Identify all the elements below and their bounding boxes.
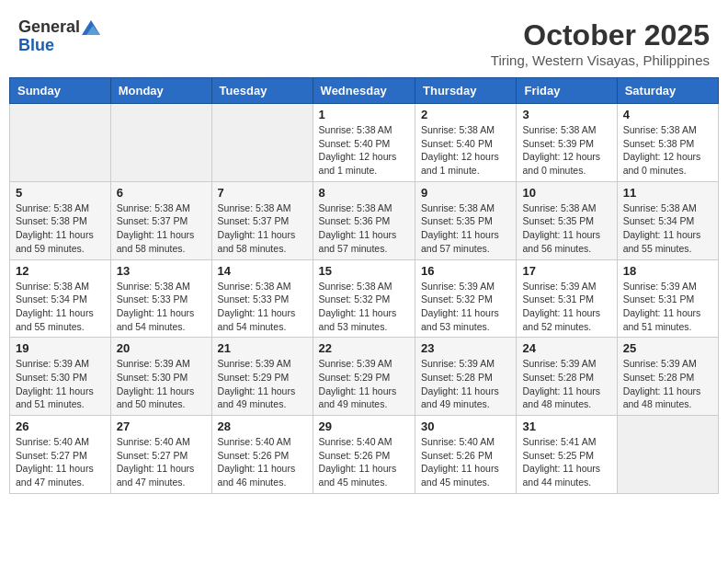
day-info: Sunrise: 5:39 AM Sunset: 5:30 PM Dayligh… bbox=[16, 357, 105, 411]
weekday-header-monday: Monday bbox=[110, 78, 211, 104]
day-info: Sunrise: 5:40 AM Sunset: 5:26 PM Dayligh… bbox=[319, 435, 409, 489]
weekday-header-row: SundayMondayTuesdayWednesdayThursdayFrid… bbox=[10, 78, 719, 104]
day-number: 6 bbox=[117, 186, 206, 200]
day-number: 29 bbox=[319, 419, 409, 433]
calendar-cell: 12Sunrise: 5:38 AM Sunset: 5:34 PM Dayli… bbox=[10, 259, 111, 338]
day-info: Sunrise: 5:38 AM Sunset: 5:39 PM Dayligh… bbox=[522, 123, 610, 178]
calendar-cell: 14Sunrise: 5:38 AM Sunset: 5:33 PM Dayli… bbox=[211, 259, 313, 338]
calendar-cell: 2Sunrise: 5:38 AM Sunset: 5:40 PM Daylig… bbox=[415, 104, 517, 182]
calendar-cell: 22Sunrise: 5:39 AM Sunset: 5:29 PM Dayli… bbox=[313, 338, 415, 416]
day-number: 7 bbox=[218, 186, 307, 200]
day-number: 10 bbox=[522, 186, 610, 200]
day-info: Sunrise: 5:38 AM Sunset: 5:34 PM Dayligh… bbox=[16, 280, 105, 334]
day-number: 12 bbox=[16, 264, 105, 278]
location: Tiring, Western Visayas, Philippines bbox=[491, 52, 710, 68]
calendar-cell: 6Sunrise: 5:38 AM Sunset: 5:37 PM Daylig… bbox=[110, 181, 211, 259]
day-number: 17 bbox=[522, 264, 610, 278]
day-info: Sunrise: 5:38 AM Sunset: 5:38 PM Dayligh… bbox=[16, 201, 105, 256]
day-number: 24 bbox=[522, 341, 610, 355]
day-info: Sunrise: 5:39 AM Sunset: 5:30 PM Dayligh… bbox=[117, 357, 206, 411]
calendar-cell: 25Sunrise: 5:39 AM Sunset: 5:28 PM Dayli… bbox=[617, 338, 718, 416]
calendar-cell: 26Sunrise: 5:40 AM Sunset: 5:27 PM Dayli… bbox=[10, 416, 111, 494]
calendar-cell: 24Sunrise: 5:39 AM Sunset: 5:28 PM Dayli… bbox=[517, 338, 617, 416]
day-info: Sunrise: 5:38 AM Sunset: 5:34 PM Dayligh… bbox=[623, 201, 712, 256]
logo-general: General bbox=[18, 18, 80, 37]
day-number: 1 bbox=[319, 108, 409, 121]
day-info: Sunrise: 5:40 AM Sunset: 5:27 PM Dayligh… bbox=[16, 435, 105, 489]
day-info: Sunrise: 5:38 AM Sunset: 5:35 PM Dayligh… bbox=[522, 201, 610, 256]
calendar-cell bbox=[110, 104, 211, 182]
day-number: 19 bbox=[16, 341, 105, 355]
logo: General Blue bbox=[18, 18, 102, 55]
day-number: 11 bbox=[623, 186, 712, 200]
day-number: 13 bbox=[117, 264, 206, 278]
day-info: Sunrise: 5:38 AM Sunset: 5:33 PM Dayligh… bbox=[117, 280, 206, 334]
day-number: 14 bbox=[218, 264, 307, 278]
month-title: October 2025 bbox=[491, 18, 710, 52]
day-info: Sunrise: 5:38 AM Sunset: 5:37 PM Dayligh… bbox=[117, 201, 206, 256]
weekday-header-saturday: Saturday bbox=[617, 78, 718, 104]
day-info: Sunrise: 5:39 AM Sunset: 5:29 PM Dayligh… bbox=[319, 357, 409, 411]
calendar-cell: 19Sunrise: 5:39 AM Sunset: 5:30 PM Dayli… bbox=[10, 338, 111, 416]
day-info: Sunrise: 5:38 AM Sunset: 5:36 PM Dayligh… bbox=[319, 201, 409, 256]
calendar-table: SundayMondayTuesdayWednesdayThursdayFrid… bbox=[9, 77, 719, 494]
day-number: 20 bbox=[117, 341, 206, 355]
day-number: 21 bbox=[218, 341, 307, 355]
day-info: Sunrise: 5:39 AM Sunset: 5:31 PM Dayligh… bbox=[623, 280, 712, 334]
day-info: Sunrise: 5:38 AM Sunset: 5:40 PM Dayligh… bbox=[421, 123, 510, 178]
calendar-cell: 3Sunrise: 5:38 AM Sunset: 5:39 PM Daylig… bbox=[517, 104, 617, 182]
day-number: 26 bbox=[16, 419, 105, 433]
title-section: October 2025 Tiring, Western Visayas, Ph… bbox=[491, 18, 710, 68]
day-number: 23 bbox=[421, 341, 510, 355]
day-number: 22 bbox=[319, 341, 409, 355]
weekday-header-tuesday: Tuesday bbox=[211, 78, 313, 104]
day-number: 15 bbox=[319, 264, 409, 278]
calendar-cell: 8Sunrise: 5:38 AM Sunset: 5:36 PM Daylig… bbox=[313, 181, 415, 259]
day-info: Sunrise: 5:38 AM Sunset: 5:35 PM Dayligh… bbox=[421, 201, 510, 256]
weekday-header-friday: Friday bbox=[517, 78, 617, 104]
calendar-cell: 21Sunrise: 5:39 AM Sunset: 5:29 PM Dayli… bbox=[211, 338, 313, 416]
day-info: Sunrise: 5:39 AM Sunset: 5:31 PM Dayligh… bbox=[522, 280, 610, 334]
calendar-cell: 13Sunrise: 5:38 AM Sunset: 5:33 PM Dayli… bbox=[110, 259, 211, 338]
calendar-cell: 18Sunrise: 5:39 AM Sunset: 5:31 PM Dayli… bbox=[617, 259, 718, 338]
day-number: 16 bbox=[421, 264, 510, 278]
calendar-cell: 20Sunrise: 5:39 AM Sunset: 5:30 PM Dayli… bbox=[110, 338, 211, 416]
day-info: Sunrise: 5:39 AM Sunset: 5:32 PM Dayligh… bbox=[421, 280, 510, 334]
page-header: General Blue October 2025 Tiring, Wester… bbox=[9, 9, 719, 73]
calendar-cell: 11Sunrise: 5:38 AM Sunset: 5:34 PM Dayli… bbox=[617, 181, 718, 259]
calendar-cell: 31Sunrise: 5:41 AM Sunset: 5:25 PM Dayli… bbox=[517, 416, 617, 494]
day-number: 25 bbox=[623, 341, 712, 355]
day-info: Sunrise: 5:41 AM Sunset: 5:25 PM Dayligh… bbox=[522, 435, 610, 489]
logo-icon bbox=[82, 20, 100, 35]
day-info: Sunrise: 5:39 AM Sunset: 5:28 PM Dayligh… bbox=[421, 357, 510, 411]
weekday-header-wednesday: Wednesday bbox=[313, 78, 415, 104]
day-info: Sunrise: 5:38 AM Sunset: 5:40 PM Dayligh… bbox=[319, 123, 409, 178]
calendar-cell: 4Sunrise: 5:38 AM Sunset: 5:38 PM Daylig… bbox=[617, 104, 718, 182]
week-row-5: 26Sunrise: 5:40 AM Sunset: 5:27 PM Dayli… bbox=[10, 416, 719, 494]
day-info: Sunrise: 5:40 AM Sunset: 5:26 PM Dayligh… bbox=[421, 435, 510, 489]
day-info: Sunrise: 5:39 AM Sunset: 5:29 PM Dayligh… bbox=[218, 357, 307, 411]
week-row-1: 1Sunrise: 5:38 AM Sunset: 5:40 PM Daylig… bbox=[10, 104, 719, 182]
day-info: Sunrise: 5:38 AM Sunset: 5:32 PM Dayligh… bbox=[319, 280, 409, 334]
day-number: 8 bbox=[319, 186, 409, 200]
calendar-cell: 10Sunrise: 5:38 AM Sunset: 5:35 PM Dayli… bbox=[517, 181, 617, 259]
day-number: 3 bbox=[522, 108, 610, 121]
weekday-header-thursday: Thursday bbox=[415, 78, 517, 104]
calendar-cell: 15Sunrise: 5:38 AM Sunset: 5:32 PM Dayli… bbox=[313, 259, 415, 338]
calendar-cell: 30Sunrise: 5:40 AM Sunset: 5:26 PM Dayli… bbox=[415, 416, 517, 494]
weekday-header-sunday: Sunday bbox=[10, 78, 111, 104]
calendar-cell: 29Sunrise: 5:40 AM Sunset: 5:26 PM Dayli… bbox=[313, 416, 415, 494]
calendar-cell bbox=[211, 104, 313, 182]
day-info: Sunrise: 5:38 AM Sunset: 5:33 PM Dayligh… bbox=[218, 280, 307, 334]
day-number: 31 bbox=[522, 419, 610, 433]
day-info: Sunrise: 5:40 AM Sunset: 5:27 PM Dayligh… bbox=[117, 435, 206, 489]
week-row-3: 12Sunrise: 5:38 AM Sunset: 5:34 PM Dayli… bbox=[10, 259, 719, 338]
day-number: 5 bbox=[16, 186, 105, 200]
day-number: 4 bbox=[623, 108, 712, 121]
calendar-cell: 23Sunrise: 5:39 AM Sunset: 5:28 PM Dayli… bbox=[415, 338, 517, 416]
calendar-cell: 28Sunrise: 5:40 AM Sunset: 5:26 PM Dayli… bbox=[211, 416, 313, 494]
calendar-cell: 16Sunrise: 5:39 AM Sunset: 5:32 PM Dayli… bbox=[415, 259, 517, 338]
calendar-cell: 9Sunrise: 5:38 AM Sunset: 5:35 PM Daylig… bbox=[415, 181, 517, 259]
calendar-cell: 27Sunrise: 5:40 AM Sunset: 5:27 PM Dayli… bbox=[110, 416, 211, 494]
day-info: Sunrise: 5:38 AM Sunset: 5:37 PM Dayligh… bbox=[218, 201, 307, 256]
